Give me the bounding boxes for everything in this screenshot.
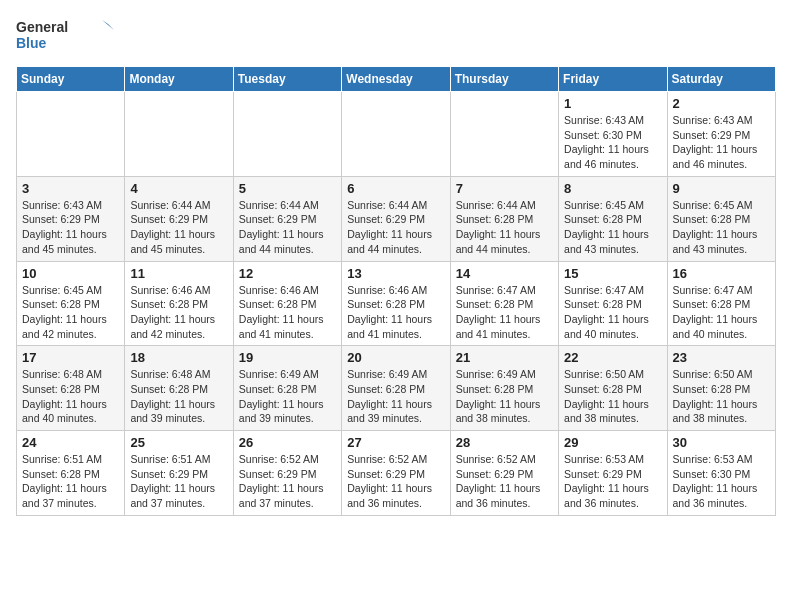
calendar-cell: 6Sunrise: 6:44 AM Sunset: 6:29 PM Daylig…	[342, 176, 450, 261]
day-info: Sunrise: 6:45 AM Sunset: 6:28 PM Dayligh…	[564, 198, 661, 257]
calendar-cell: 2Sunrise: 6:43 AM Sunset: 6:29 PM Daylig…	[667, 92, 775, 177]
calendar-cell: 15Sunrise: 6:47 AM Sunset: 6:28 PM Dayli…	[559, 261, 667, 346]
day-number: 27	[347, 435, 444, 450]
day-info: Sunrise: 6:53 AM Sunset: 6:29 PM Dayligh…	[564, 452, 661, 511]
day-info: Sunrise: 6:43 AM Sunset: 6:29 PM Dayligh…	[673, 113, 770, 172]
calendar-cell: 26Sunrise: 6:52 AM Sunset: 6:29 PM Dayli…	[233, 431, 341, 516]
day-info: Sunrise: 6:45 AM Sunset: 6:28 PM Dayligh…	[673, 198, 770, 257]
day-info: Sunrise: 6:52 AM Sunset: 6:29 PM Dayligh…	[347, 452, 444, 511]
day-number: 24	[22, 435, 119, 450]
day-info: Sunrise: 6:46 AM Sunset: 6:28 PM Dayligh…	[239, 283, 336, 342]
day-number: 7	[456, 181, 553, 196]
page-header: General Blue	[16, 16, 776, 58]
calendar-table: SundayMondayTuesdayWednesdayThursdayFrid…	[16, 66, 776, 516]
calendar-cell: 3Sunrise: 6:43 AM Sunset: 6:29 PM Daylig…	[17, 176, 125, 261]
calendar-cell: 23Sunrise: 6:50 AM Sunset: 6:28 PM Dayli…	[667, 346, 775, 431]
day-info: Sunrise: 6:51 AM Sunset: 6:29 PM Dayligh…	[130, 452, 227, 511]
calendar-cell: 25Sunrise: 6:51 AM Sunset: 6:29 PM Dayli…	[125, 431, 233, 516]
calendar-week-row: 17Sunrise: 6:48 AM Sunset: 6:28 PM Dayli…	[17, 346, 776, 431]
calendar-cell: 13Sunrise: 6:46 AM Sunset: 6:28 PM Dayli…	[342, 261, 450, 346]
day-number: 9	[673, 181, 770, 196]
day-number: 21	[456, 350, 553, 365]
calendar-cell: 4Sunrise: 6:44 AM Sunset: 6:29 PM Daylig…	[125, 176, 233, 261]
calendar-cell: 28Sunrise: 6:52 AM Sunset: 6:29 PM Dayli…	[450, 431, 558, 516]
calendar-cell: 19Sunrise: 6:49 AM Sunset: 6:28 PM Dayli…	[233, 346, 341, 431]
day-number: 3	[22, 181, 119, 196]
day-info: Sunrise: 6:50 AM Sunset: 6:28 PM Dayligh…	[673, 367, 770, 426]
logo-svg: General Blue	[16, 16, 116, 58]
day-number: 30	[673, 435, 770, 450]
calendar-cell	[233, 92, 341, 177]
calendar-cell: 24Sunrise: 6:51 AM Sunset: 6:28 PM Dayli…	[17, 431, 125, 516]
day-number: 17	[22, 350, 119, 365]
calendar-cell: 16Sunrise: 6:47 AM Sunset: 6:28 PM Dayli…	[667, 261, 775, 346]
calendar-week-row: 10Sunrise: 6:45 AM Sunset: 6:28 PM Dayli…	[17, 261, 776, 346]
day-number: 18	[130, 350, 227, 365]
calendar-cell	[450, 92, 558, 177]
day-info: Sunrise: 6:49 AM Sunset: 6:28 PM Dayligh…	[239, 367, 336, 426]
calendar-cell: 22Sunrise: 6:50 AM Sunset: 6:28 PM Dayli…	[559, 346, 667, 431]
weekday-header-wednesday: Wednesday	[342, 67, 450, 92]
day-number: 12	[239, 266, 336, 281]
day-info: Sunrise: 6:44 AM Sunset: 6:29 PM Dayligh…	[130, 198, 227, 257]
calendar-cell	[17, 92, 125, 177]
weekday-header-thursday: Thursday	[450, 67, 558, 92]
day-info: Sunrise: 6:53 AM Sunset: 6:30 PM Dayligh…	[673, 452, 770, 511]
calendar-cell: 14Sunrise: 6:47 AM Sunset: 6:28 PM Dayli…	[450, 261, 558, 346]
calendar-cell: 11Sunrise: 6:46 AM Sunset: 6:28 PM Dayli…	[125, 261, 233, 346]
day-info: Sunrise: 6:44 AM Sunset: 6:29 PM Dayligh…	[347, 198, 444, 257]
calendar-cell	[125, 92, 233, 177]
calendar-cell: 12Sunrise: 6:46 AM Sunset: 6:28 PM Dayli…	[233, 261, 341, 346]
calendar-week-row: 3Sunrise: 6:43 AM Sunset: 6:29 PM Daylig…	[17, 176, 776, 261]
day-number: 10	[22, 266, 119, 281]
weekday-header-saturday: Saturday	[667, 67, 775, 92]
day-number: 19	[239, 350, 336, 365]
day-info: Sunrise: 6:51 AM Sunset: 6:28 PM Dayligh…	[22, 452, 119, 511]
day-number: 25	[130, 435, 227, 450]
day-info: Sunrise: 6:47 AM Sunset: 6:28 PM Dayligh…	[673, 283, 770, 342]
day-info: Sunrise: 6:43 AM Sunset: 6:30 PM Dayligh…	[564, 113, 661, 172]
day-number: 29	[564, 435, 661, 450]
day-info: Sunrise: 6:43 AM Sunset: 6:29 PM Dayligh…	[22, 198, 119, 257]
day-number: 13	[347, 266, 444, 281]
day-info: Sunrise: 6:48 AM Sunset: 6:28 PM Dayligh…	[130, 367, 227, 426]
day-number: 15	[564, 266, 661, 281]
day-number: 26	[239, 435, 336, 450]
calendar-cell: 20Sunrise: 6:49 AM Sunset: 6:28 PM Dayli…	[342, 346, 450, 431]
calendar-cell: 21Sunrise: 6:49 AM Sunset: 6:28 PM Dayli…	[450, 346, 558, 431]
day-info: Sunrise: 6:45 AM Sunset: 6:28 PM Dayligh…	[22, 283, 119, 342]
day-info: Sunrise: 6:46 AM Sunset: 6:28 PM Dayligh…	[347, 283, 444, 342]
weekday-header-tuesday: Tuesday	[233, 67, 341, 92]
calendar-cell: 17Sunrise: 6:48 AM Sunset: 6:28 PM Dayli…	[17, 346, 125, 431]
calendar-cell: 9Sunrise: 6:45 AM Sunset: 6:28 PM Daylig…	[667, 176, 775, 261]
day-number: 20	[347, 350, 444, 365]
day-info: Sunrise: 6:49 AM Sunset: 6:28 PM Dayligh…	[347, 367, 444, 426]
day-info: Sunrise: 6:48 AM Sunset: 6:28 PM Dayligh…	[22, 367, 119, 426]
weekday-header-monday: Monday	[125, 67, 233, 92]
calendar-header-row: SundayMondayTuesdayWednesdayThursdayFrid…	[17, 67, 776, 92]
logo: General Blue	[16, 16, 116, 58]
calendar-cell: 27Sunrise: 6:52 AM Sunset: 6:29 PM Dayli…	[342, 431, 450, 516]
calendar-week-row: 24Sunrise: 6:51 AM Sunset: 6:28 PM Dayli…	[17, 431, 776, 516]
day-info: Sunrise: 6:50 AM Sunset: 6:28 PM Dayligh…	[564, 367, 661, 426]
calendar-cell: 1Sunrise: 6:43 AM Sunset: 6:30 PM Daylig…	[559, 92, 667, 177]
weekday-header-sunday: Sunday	[17, 67, 125, 92]
day-info: Sunrise: 6:46 AM Sunset: 6:28 PM Dayligh…	[130, 283, 227, 342]
calendar-cell: 7Sunrise: 6:44 AM Sunset: 6:28 PM Daylig…	[450, 176, 558, 261]
calendar-cell: 10Sunrise: 6:45 AM Sunset: 6:28 PM Dayli…	[17, 261, 125, 346]
day-number: 2	[673, 96, 770, 111]
day-number: 5	[239, 181, 336, 196]
day-info: Sunrise: 6:47 AM Sunset: 6:28 PM Dayligh…	[456, 283, 553, 342]
svg-text:Blue: Blue	[16, 35, 47, 51]
calendar-cell: 5Sunrise: 6:44 AM Sunset: 6:29 PM Daylig…	[233, 176, 341, 261]
calendar-cell: 8Sunrise: 6:45 AM Sunset: 6:28 PM Daylig…	[559, 176, 667, 261]
weekday-header-friday: Friday	[559, 67, 667, 92]
day-number: 4	[130, 181, 227, 196]
calendar-cell: 29Sunrise: 6:53 AM Sunset: 6:29 PM Dayli…	[559, 431, 667, 516]
day-number: 1	[564, 96, 661, 111]
day-info: Sunrise: 6:52 AM Sunset: 6:29 PM Dayligh…	[456, 452, 553, 511]
day-number: 8	[564, 181, 661, 196]
day-info: Sunrise: 6:52 AM Sunset: 6:29 PM Dayligh…	[239, 452, 336, 511]
svg-marker-2	[102, 20, 114, 30]
day-number: 6	[347, 181, 444, 196]
